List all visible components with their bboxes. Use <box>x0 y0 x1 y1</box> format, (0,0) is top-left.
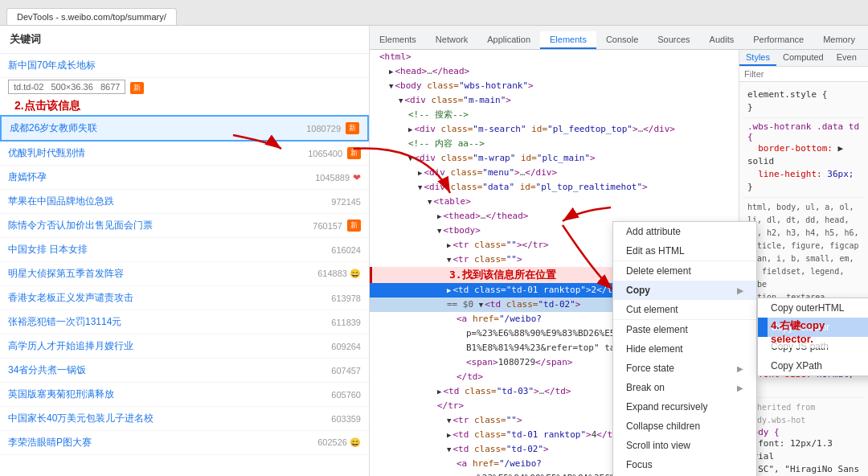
ctx-force-state[interactable]: Force state ▶ <box>613 359 756 378</box>
ctx-break-on[interactable]: Break on ▶ <box>613 378 756 397</box>
item-text: 香港女老板正义发声谴责攻击 <box>8 291 325 305</box>
filter-input[interactable] <box>744 69 863 79</box>
item-text: 陈情令方否认加价出售见面会门票 <box>8 219 306 232</box>
dom-line[interactable]: <!-- 搜索--> <box>370 108 739 122</box>
list-item[interactable]: 中国家长40万美元包装儿子进名校 603359 <box>0 407 369 431</box>
submenu-copy-outerhtml[interactable]: Copy outerHTML <box>758 298 868 318</box>
submenu-copy-xpath[interactable]: Copy XPath <box>758 356 868 375</box>
tab-memory[interactable]: Memory <box>813 31 865 49</box>
styles-tab-bar: Styles Computed Even <box>739 50 868 67</box>
item-num: 760157 <box>313 221 342 231</box>
list-item[interactable]: 苹果在中国品牌地位急跌 972145 <box>0 190 369 214</box>
ctx-paste-element[interactable]: Paste element <box>613 319 756 339</box>
style-text: } <box>747 181 860 194</box>
ctx-copy-label: Copy <box>626 285 650 296</box>
browser-tabs: DevTools - s.weibo.com/top/summary/ <box>6 0 177 25</box>
tooltip-row: td.td-02 500×36.36 8677 新 <box>0 78 369 97</box>
ctx-expand-recursively[interactable]: Expand recursively <box>613 397 756 416</box>
dom-line[interactable]: <!-- 内容 aa--> <box>370 137 739 151</box>
list-item[interactable]: 陈情令方否认加价出售见面会门票 760157 新 <box>0 214 369 238</box>
tab-elements[interactable]: Elements <box>370 31 426 49</box>
item-text: 苹果在中国品牌地位急跌 <box>8 195 325 208</box>
list-item[interactable]: 英国版塞夷菊犯刑满释放 605760 <box>0 383 369 407</box>
dom-line[interactable]: ▼<div class="m-main"> <box>370 93 739 108</box>
list-item[interactable]: 明星大侦探第五季首发阵容 614883 😄 <box>0 262 369 286</box>
tab-computed[interactable]: Computed <box>776 50 830 66</box>
dom-line[interactable]: ▶<div class="m-search" id="pl_feedtop_to… <box>370 122 739 137</box>
list-item[interactable]: 优酸乳时代甄别情 1065400 新 <box>0 142 369 166</box>
item-num: 972145 <box>331 197 361 207</box>
heart-icon: ❤ <box>353 172 361 183</box>
dom-line[interactable]: ▼<table> <box>370 195 739 209</box>
ctx-collapse-children[interactable]: Collapse children <box>613 416 756 436</box>
item-num: 603359 <box>331 414 361 424</box>
dom-line[interactable]: ▼<div class="data" id="pl_top_realtimeho… <box>370 180 739 195</box>
dom-line[interactable]: ▶<head>…</head> <box>370 64 739 79</box>
arrow-icon: ▶ <box>737 286 743 295</box>
tab-elements-active[interactable]: Elements <box>540 31 596 49</box>
ctx-scroll-into-view[interactable]: Scroll into view <box>613 436 756 455</box>
tab-audits[interactable]: Audits <box>700 31 744 49</box>
list-item[interactable]: 新中国70年成长地标 <box>0 54 369 78</box>
styles-panel-container: Styles Computed Even element.style { } .… <box>739 50 868 476</box>
tab-console[interactable]: Console <box>596 31 648 49</box>
context-menu: Add attribute Edit as HTML Delete elemen… <box>612 221 757 476</box>
style-text: element.style { <box>747 88 860 101</box>
ctx-hide-element[interactable]: Hide element <box>613 339 756 359</box>
ctx-focus[interactable]: Focus <box>613 455 756 474</box>
arrow-icon: ▶ <box>737 364 743 373</box>
dom-line[interactable]: ▶<div class="menu">…</div> <box>370 166 739 180</box>
dom-line[interactable]: ▼<div class="m-wrap" id="plc_main"> <box>370 151 739 166</box>
browser-tab-active[interactable]: DevTools - s.weibo.com/top/summary/ <box>6 8 177 25</box>
submenu-copy-jspath[interactable]: Copy JS path <box>758 337 868 356</box>
list-item[interactable]: 香港女老板正义发声谴责攻击 613978 <box>0 286 369 310</box>
style-prop: SC", "HiragiNo Sans <box>747 463 860 476</box>
style-prop: font: 12px/1.3 Arial <box>747 437 860 463</box>
list-item[interactable]: 34省分共煮一锅饭 607457 <box>0 359 369 383</box>
item-text: 高学历人才开始追捧月嫂行业 <box>8 339 325 353</box>
style-rule: Inherited from body.wbs-hot body { font:… <box>743 398 865 476</box>
list-item[interactable]: 李荣浩眼睛P图大赛 602526 😄 <box>0 431 369 455</box>
tab-network[interactable]: Network <box>426 31 477 49</box>
tab-application[interactable]: Application <box>477 31 540 49</box>
arrow-icon: ▶ <box>737 384 743 392</box>
list-item[interactable]: 唐嫣怀孕 1045889 ❤ <box>0 166 369 190</box>
item-num: 1065400 <box>308 149 342 158</box>
list-item[interactable]: 张裕恶犯错一次罚13114元 611839 <box>0 310 369 334</box>
item-text: 明星大侦探第五季首发阵容 <box>8 267 311 281</box>
copy-submenu: Copy outerHTML Copy selector Copy JS pat… <box>757 298 868 376</box>
ctx-cut-element[interactable]: Cut element <box>613 300 756 319</box>
dom-line[interactable]: ▼<body class="wbs-hotrank"> <box>370 79 739 93</box>
ctx-edit-html[interactable]: Edit as HTML <box>613 241 756 261</box>
list-item[interactable]: 中国女排 日本女排 616024 <box>0 238 369 262</box>
ctx-copy[interactable]: Copy ▶ <box>613 281 756 300</box>
item-num: 614883 😄 <box>317 269 361 279</box>
tab-event-listeners[interactable]: Even <box>830 50 863 66</box>
style-text: span, i, b, small, em, a, fieldset, lege… <box>747 252 860 291</box>
browser-bar: DevTools - s.weibo.com/top/summary/ <box>0 0 868 26</box>
list-item[interactable]: 高学历人才开始追捧月嫂行业 609264 <box>0 334 369 359</box>
item-text: 中国女排 日本女排 <box>8 243 325 256</box>
list-header: 关键词 <box>0 26 369 54</box>
style-text: html, body, ul, a, ol, li, dl, dt, dd, h… <box>747 201 860 227</box>
item-num: 611839 <box>331 318 361 327</box>
item-num: 1080729 <box>306 124 341 133</box>
tab-security[interactable]: Security <box>865 31 868 49</box>
item-num: 616024 <box>331 245 361 255</box>
tab-styles[interactable]: Styles <box>739 50 776 66</box>
item-num: 602526 😄 <box>317 437 361 448</box>
new-badge: 新 <box>347 220 361 232</box>
item-text: 张裕恶犯错一次罚13114元 <box>8 315 325 329</box>
ctx-delete-element[interactable]: Delete element <box>613 261 756 281</box>
list-item-highlighted[interactable]: 成都26岁女教师失联 1080729 新 <box>0 115 369 142</box>
devtools-tab-bar: Elements Network Application Elements Co… <box>370 26 868 50</box>
item-text: 中国家长40万美元包装儿子进名校 <box>8 412 325 425</box>
new-badge: 新 <box>347 147 361 159</box>
dom-line[interactable]: <html> <box>370 50 739 64</box>
tab-sources[interactable]: Sources <box>648 31 699 49</box>
submenu-copy-selector[interactable]: Copy selector <box>758 318 868 337</box>
styles-panel: element.style { } .wbs-hotrank .data td … <box>739 82 868 476</box>
tab-performance[interactable]: Performance <box>743 31 813 49</box>
item-text: 李荣浩眼睛P图大赛 <box>8 436 311 449</box>
ctx-add-attribute[interactable]: Add attribute <box>613 222 756 241</box>
